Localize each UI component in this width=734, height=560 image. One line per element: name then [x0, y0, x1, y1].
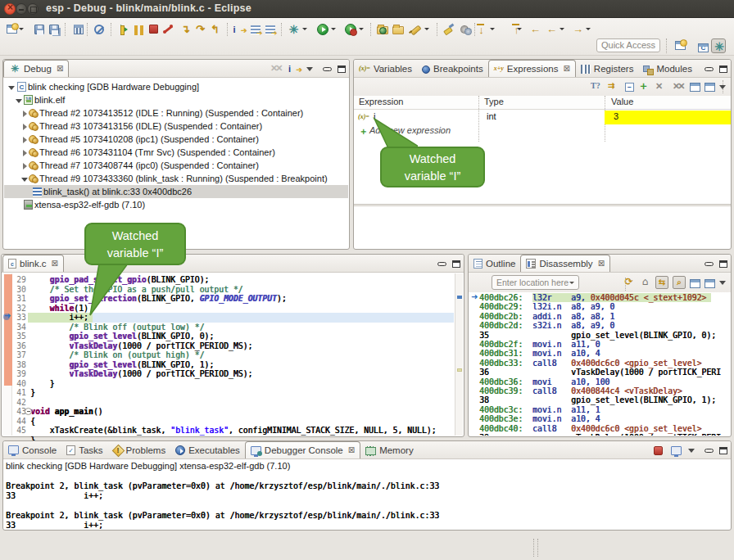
code-line[interactable]: }	[30, 379, 454, 389]
view-menu-icon[interactable]	[719, 281, 726, 288]
view-menu-icon[interactable]	[719, 85, 726, 93]
code-line[interactable]: {	[30, 417, 454, 427]
debug-tree-row[interactable]: Cblink checking [GDB Hardware Debugging]	[4, 80, 348, 93]
disassembly-line[interactable]: 38 gpio_set_level(BLINK_GPIO, 1);	[479, 395, 730, 404]
code-line[interactable]: vTaskDelay(1000 / portTICK_PERIOD_MS);	[30, 369, 454, 379]
remove-all-terminated-icon[interactable]: ✕✕	[270, 62, 283, 75]
close-icon[interactable]: ⊠	[598, 260, 605, 268]
tab-problems[interactable]: Problems	[108, 441, 171, 458]
forward-icon[interactable]: →	[572, 22, 584, 36]
forward-dropdown-icon[interactable]	[585, 22, 592, 36]
debug-tree-row[interactable]: Thread #3 1073413156 (IDLE) (Suspended :…	[4, 120, 348, 133]
column-expression[interactable]: Expression	[359, 97, 403, 106]
console-output[interactable]: Breakpoint 2, blink_task (pvParameter=0x…	[6, 474, 729, 529]
editor-overview-ruler[interactable]	[455, 273, 463, 436]
pin-view-icon[interactable]	[705, 279, 715, 288]
tab-disassembly[interactable]: Disassembly⊠	[520, 255, 610, 272]
open-console-icon[interactable]	[670, 444, 683, 457]
new-wizard-dropdown-icon[interactable]	[18, 22, 25, 36]
disassembly-line[interactable]: 400dbc3c: movi.n a11, 1	[479, 405, 730, 414]
view-menu-icon[interactable]	[306, 67, 313, 75]
disassembly-line[interactable]: 400dbc29: l32i.n a8, a9, 0	[479, 302, 730, 311]
build-icon[interactable]	[71, 22, 85, 36]
debug-icon[interactable]: ✳	[287, 22, 301, 36]
close-icon[interactable]: ⊠	[348, 446, 355, 454]
terminate-icon[interactable]	[652, 444, 665, 457]
disassembly-line[interactable]: 35 gpio_set_level(BLINK_GPIO, 0);	[479, 331, 730, 340]
location-input[interactable]: Enter location here	[492, 275, 579, 290]
new-view-icon[interactable]	[690, 279, 700, 288]
show-source-icon[interactable]: ⌕	[673, 276, 686, 289]
profile-dropdown-icon[interactable]	[358, 22, 365, 36]
debug-tree-row[interactable]: blink_task() at blink.c:33 0x400dbc26	[4, 185, 348, 198]
disassembly-line[interactable]: 400dbc33: call8 0x400dc6c0 <gpio_set_lev…	[479, 359, 730, 368]
new-wizard-icon[interactable]	[5, 22, 19, 36]
cpp-perspective-icon[interactable]: C	[696, 38, 711, 53]
maximize-icon[interactable]	[338, 65, 346, 73]
code-line[interactable]: vTaskDelay(1000 / portTICK_PERIOD_MS);	[30, 341, 454, 351]
show-logical-structures-icon[interactable]: ⇉	[608, 80, 621, 93]
save-all-icon[interactable]	[47, 22, 61, 36]
code-line[interactable]: void app_main()	[30, 407, 454, 417]
open-project-icon[interactable]	[391, 22, 405, 36]
collapse-all-icon[interactable]: −	[625, 83, 634, 92]
instruction-stepping-icon[interactable]: i	[233, 22, 247, 36]
previous-annotation-dropdown-icon[interactable]	[516, 22, 523, 36]
close-icon[interactable]: ⊠	[563, 65, 569, 73]
disassembly-line[interactable]: 400dbc2f: movi.n a11, 0	[479, 340, 730, 349]
tab-debugger-console[interactable]: Debugger Console⊠	[245, 441, 360, 458]
tree-expanded-icon[interactable]	[21, 178, 28, 185]
column-type[interactable]: Type	[484, 97, 504, 106]
tab-registers[interactable]: Registers	[576, 60, 639, 77]
back-dropdown-icon[interactable]	[559, 22, 566, 36]
add-expression-icon[interactable]: ＋	[638, 80, 651, 93]
code-line[interactable]: }	[30, 388, 454, 398]
tab-memory[interactable]: Memory	[360, 441, 419, 458]
restart-icon[interactable]	[263, 22, 277, 36]
window-close-button[interactable]	[4, 3, 16, 15]
disassembly-line[interactable]: 400dbc26: l32r a9, 0x400d045c <_stext+10…	[479, 293, 730, 302]
disassembly-line[interactable]: 36 vTaskDelay(1000 / portTICK_PERI	[479, 368, 730, 377]
pin-editor-icon[interactable]	[407, 22, 421, 36]
tab-blink-c[interactable]: c blink.c ⊠	[2, 255, 64, 272]
minimize-icon[interactable]	[705, 262, 714, 266]
fold-collapse-icon[interactable]	[25, 408, 32, 415]
quick-access-button[interactable]: Quick Access	[596, 38, 660, 52]
tab-tasks[interactable]: Tasks	[61, 441, 107, 458]
disassembly-line[interactable]: 39 vTaskDelay(1000 / portTICK_PERI	[479, 433, 730, 436]
tab-debug[interactable]: ✳ Debug ⊠	[3, 60, 69, 77]
maximize-icon[interactable]	[452, 260, 460, 268]
step-over-icon[interactable]: ↷	[194, 22, 206, 36]
code-line[interactable]: xTaskCreate(&blink_task, "blink_task", c…	[30, 426, 454, 436]
tab-variables[interactable]: (x)=Variables	[354, 60, 417, 77]
tab-console[interactable]: Console	[3, 441, 61, 458]
tab-breakpoints[interactable]: Breakpoints	[417, 60, 488, 77]
editor-annotation-ruler[interactable]	[2, 273, 12, 436]
status-bar-grip[interactable]	[533, 539, 538, 557]
close-icon[interactable]: ⊠	[52, 260, 58, 268]
code-line[interactable]: /* Blink on (output high) */	[30, 350, 454, 360]
terminate-icon[interactable]	[147, 22, 161, 36]
debug-tree-row[interactable]: Thread #7 1073408744 (ipc0) (Suspended :…	[4, 159, 348, 172]
import-project-icon[interactable]	[375, 22, 389, 36]
run-icon[interactable]	[315, 22, 329, 36]
step-return-icon[interactable]: ↰	[209, 22, 221, 36]
minimize-icon[interactable]	[705, 449, 714, 453]
build-settings-icon[interactable]	[459, 22, 473, 36]
maximize-icon[interactable]	[719, 65, 727, 73]
sync-selection-icon[interactable]: ⇆	[655, 276, 668, 289]
minimize-icon[interactable]	[323, 67, 332, 71]
remove-all-icon[interactable]: ✕✕	[673, 80, 686, 93]
pin-editor-dropdown-icon[interactable]	[424, 22, 431, 36]
use-step-filters-icon[interactable]	[248, 22, 262, 36]
debug-tree-row[interactable]: xtensa-esp32-elf-gdb (7.10)	[4, 198, 348, 211]
next-annotation-icon[interactable]: ↓	[475, 24, 487, 38]
skip-all-breakpoints-icon[interactable]	[92, 22, 106, 36]
tree-expanded-icon[interactable]	[8, 86, 15, 93]
debug-dropdown-icon[interactable]	[301, 22, 309, 36]
next-annotation-dropdown-icon[interactable]	[489, 22, 496, 36]
code-line[interactable]: gpio_set_level(BLINK_GPIO, 1);	[30, 360, 454, 370]
disassembly-code-area[interactable]: 400dbc26: l32r a9, 0x400d045c <_stext+10…	[469, 292, 730, 436]
tree-expanded-icon[interactable]	[16, 99, 22, 106]
run-dropdown-icon[interactable]	[330, 22, 338, 36]
